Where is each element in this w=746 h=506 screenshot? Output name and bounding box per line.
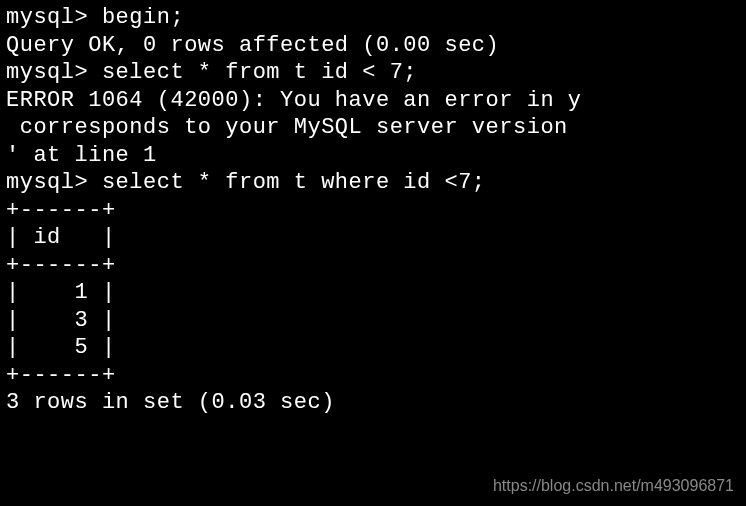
terminal-line: +------+	[6, 252, 740, 280]
terminal-line: | 5 |	[6, 334, 740, 362]
terminal-line: mysql> begin;	[6, 4, 740, 32]
terminal-line: ' at line 1	[6, 142, 740, 170]
terminal-line: | 1 |	[6, 279, 740, 307]
terminal-line: Query OK, 0 rows affected (0.00 sec)	[6, 32, 740, 60]
terminal-line: | 3 |	[6, 307, 740, 335]
terminal-line: +------+	[6, 362, 740, 390]
terminal-line: ERROR 1064 (42000): You have an error in…	[6, 87, 740, 115]
terminal-line: +------+	[6, 197, 740, 225]
terminal-output: mysql> begin; Query OK, 0 rows affected …	[6, 4, 740, 417]
terminal-line: | id |	[6, 224, 740, 252]
terminal-line: mysql> select * from t id < 7;	[6, 59, 740, 87]
terminal-line: 3 rows in set (0.03 sec)	[6, 389, 740, 417]
watermark-text: https://blog.csdn.net/m493096871	[493, 476, 734, 496]
terminal-line: mysql> select * from t where id <7;	[6, 169, 740, 197]
terminal-line: corresponds to your MySQL server version	[6, 114, 740, 142]
